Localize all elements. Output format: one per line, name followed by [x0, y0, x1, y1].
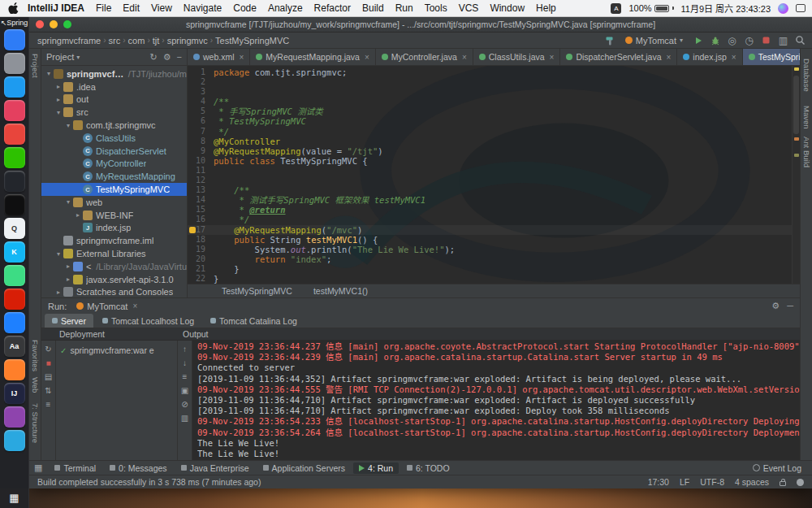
tree-item[interactable]: ▾com.tjt.springmvc [41, 119, 187, 132]
hide-icon[interactable]: ─ [787, 301, 793, 311]
tool-stripe-button-database[interactable]: Database [802, 59, 811, 92]
battery-indicator[interactable]: 100% [628, 3, 673, 13]
menu-item-file[interactable]: File [90, 2, 117, 14]
editor-scrollbar[interactable] [792, 66, 800, 284]
dock-icon-blue-app[interactable] [4, 312, 25, 333]
tree-item[interactable]: ▾src [41, 106, 187, 119]
tree-item[interactable]: CMyController [41, 158, 187, 171]
tool-window-button-event-log[interactable]: Event Log [747, 462, 807, 474]
tree-item[interactable]: ▸.idea [41, 80, 187, 93]
highlighting-level-icon[interactable] [797, 479, 804, 486]
tree-chevron[interactable]: ▸ [64, 276, 72, 283]
tree-item[interactable]: ▸javax.servlet-api-3.1.0 [41, 273, 187, 286]
tree-item[interactable]: ▸< 1.8 >/Library/Java/JavaVirtu [41, 260, 187, 273]
editor-tab[interactable]: MyController.java× [376, 49, 473, 65]
encoding-select[interactable]: UTF-8 [700, 477, 724, 487]
tree-item[interactable]: Jindex.jsp [41, 222, 187, 235]
tree-chevron[interactable]: ▸ [54, 289, 63, 296]
dock-icon-orange-app[interactable] [4, 359, 25, 380]
desktop-spring-label[interactable]: ↖Spring [1, 19, 28, 27]
dock-icon-chrome[interactable] [4, 124, 25, 145]
debug-icon[interactable] [710, 36, 720, 46]
tree-chevron[interactable]: ▸ [64, 263, 72, 270]
tool-stripe-button-web[interactable]: Web [31, 377, 40, 393]
scrollbar-thumb[interactable] [793, 76, 799, 134]
indent-select[interactable]: 4 spaces [735, 477, 769, 487]
dock-icon-wechat[interactable] [4, 147, 25, 168]
breadcrumb-item[interactable]: springmvc [166, 36, 209, 46]
rerun-icon[interactable]: ↻ [45, 345, 51, 354]
sync-icon[interactable]: ↻ [149, 52, 157, 63]
dock-icon-netease-music[interactable] [4, 289, 25, 310]
tree-chevron[interactable]: ▸ [74, 211, 82, 219]
tree-item[interactable]: ▸Scratches and Consoles [41, 286, 187, 297]
project-panel-title[interactable]: Project [46, 52, 74, 62]
caret-position[interactable]: 17:30 [648, 477, 669, 487]
tree-item[interactable]: CMyRequestMapping [41, 170, 187, 183]
tree-item[interactable]: ▾springmvcframe/TJT/jiuzhou/m [41, 67, 187, 80]
readonly-lock-icon[interactable] [780, 481, 786, 486]
breadcrumb-item[interactable]: tjt [151, 36, 162, 46]
input-source-icon[interactable]: A [611, 3, 621, 14]
menu-item-code[interactable]: Code [227, 2, 262, 14]
close-tab-icon[interactable]: × [462, 53, 467, 62]
run-tab-tomcat-catalina-log[interactable]: Tomcat Catalina Log [203, 314, 304, 328]
console-output[interactable]: 09-Nov-2019 23:36:44.237 信息 [main] org.a… [192, 341, 800, 460]
gear-icon[interactable]: ⚙ [163, 52, 171, 63]
dock-icon-intellij[interactable]: IJ [4, 383, 25, 404]
menubar-clock[interactable]: 11月9日 周六 23:43:23 [681, 2, 771, 15]
dock-icon-qq[interactable]: Q [4, 218, 25, 239]
close-window-button[interactable] [36, 20, 44, 28]
tool-stripe-button-project[interactable]: Project [31, 54, 40, 78]
tree-item[interactable]: ▸WEB-INF [41, 209, 187, 222]
close-icon[interactable]: × [132, 302, 137, 310]
down-icon[interactable]: ↓ [183, 358, 187, 367]
collapse-icon[interactable]: − [177, 52, 182, 63]
menu-item-help[interactable]: Help [530, 2, 562, 14]
tree-chevron[interactable]: ▾ [45, 70, 53, 77]
editor-tab[interactable]: MyRequestMapping.java× [250, 49, 375, 65]
menu-item-refactor[interactable]: Refactor [309, 2, 356, 14]
control-center-icon[interactable] [796, 4, 806, 12]
tree-chevron[interactable]: ▾ [54, 250, 63, 258]
run-tab-tomcat-localhost-log[interactable]: Tomcat Localhost Log [95, 314, 201, 328]
minimize-window-button[interactable] [50, 20, 58, 28]
play-icon[interactable] [693, 36, 703, 46]
tool-window-button-terminal[interactable]: Terminal [49, 462, 102, 474]
tool-stripe-button-7-structure[interactable]: 7: Structure [31, 403, 40, 443]
tree-item[interactable]: ▾External Libraries [41, 247, 187, 260]
tree-item[interactable]: CDispatcherServlet [41, 145, 187, 158]
dock-icon-k-app[interactable]: K [4, 241, 25, 263]
warning-stripe-mark[interactable] [794, 137, 799, 141]
tree-item[interactable]: ▾web [41, 196, 187, 209]
breadcrumb-item[interactable]: com [127, 36, 147, 46]
editor-tab[interactable]: index.jsp× [677, 49, 742, 65]
tool-stripe-button-favorites[interactable]: Favorites [31, 340, 40, 371]
tool-window-button-0-messages[interactable]: 0: Messages [104, 462, 173, 474]
menu-item-run[interactable]: Run [390, 2, 419, 14]
breadcrumb-method[interactable]: testMyMVC1() [313, 286, 368, 296]
close-tab-icon[interactable]: × [732, 53, 736, 62]
warning-stripe-mark[interactable] [794, 154, 799, 157]
dock-icon-terminal[interactable] [4, 171, 25, 192]
window-titlebar[interactable]: springmvcframe [/TJT/jiuzhou/my_work/spr… [29, 17, 812, 33]
breadcrumb-item[interactable]: TestMySpringMVC [214, 36, 291, 46]
tool-window-button-application-servers[interactable]: Application Servers [257, 462, 351, 474]
tree-chevron[interactable]: ▸ [54, 96, 63, 103]
menu-item-build[interactable]: Build [356, 2, 390, 14]
dock-icon-music[interactable] [4, 100, 25, 121]
search-icon[interactable] [795, 35, 806, 46]
tool-window-button-java-enterprise[interactable]: Java Enterprise [175, 462, 255, 474]
menu-item-window[interactable]: Window [484, 2, 530, 14]
inspection-indicator[interactable] [794, 67, 799, 71]
menubar-app-name[interactable]: IntelliJ IDEA [22, 2, 90, 14]
menu-item-edit[interactable]: Edit [117, 2, 145, 14]
tool-window-button-6-todo[interactable]: 6: TODO [401, 462, 456, 474]
coverage-icon[interactable]: ◎ [727, 35, 737, 46]
profiler-icon[interactable]: ◷ [744, 35, 754, 46]
close-tab-icon[interactable]: × [666, 53, 671, 62]
tree-item[interactable]: CTestMySpringMVC [41, 183, 187, 196]
editor-tab[interactable]: DispatcherServlet.java× [560, 49, 677, 65]
chevron-down-icon[interactable]: ▾ [76, 54, 80, 61]
breadcrumb-class[interactable]: TestMySpringMVC [222, 286, 292, 296]
